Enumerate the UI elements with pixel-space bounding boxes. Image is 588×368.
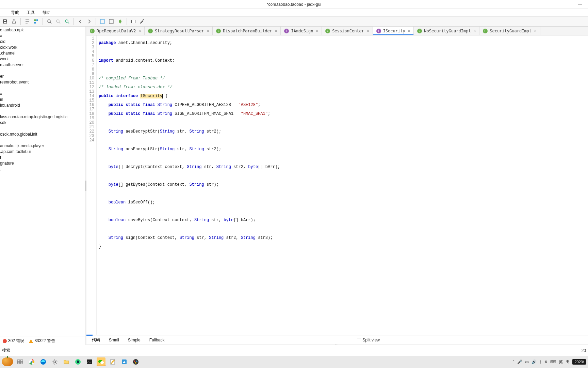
android-studio-icon[interactable] bbox=[74, 357, 82, 366]
tree-item[interactable] bbox=[0, 137, 85, 143]
sync-icon[interactable]: ↯ bbox=[544, 359, 548, 364]
explorer-icon[interactable] bbox=[62, 357, 71, 366]
tree-item[interactable]: reenrobot.event bbox=[0, 79, 85, 85]
tree-item[interactable]: inx.android bbox=[0, 103, 85, 108]
ime-layout[interactable]: 田 bbox=[566, 359, 570, 365]
tree-root[interactable]: o.taobao.apk bbox=[0, 27, 85, 33]
panel-resizer[interactable]: ⋯ bbox=[86, 344, 588, 345]
tab-sessioncenter[interactable]: CSessionCenter✕ bbox=[322, 27, 373, 35]
clock-date[interactable]: 2023/ bbox=[572, 359, 586, 365]
debug-icon[interactable] bbox=[116, 18, 124, 25]
tab-label: RpcRequestDataV2 bbox=[97, 29, 136, 33]
tree-item[interactable]: x bbox=[0, 91, 85, 97]
collapse-icon[interactable] bbox=[23, 18, 31, 25]
mode-simple[interactable]: Simple bbox=[127, 337, 142, 343]
pumpkin-icon[interactable] bbox=[2, 357, 13, 366]
search-forward-icon[interactable] bbox=[63, 18, 71, 25]
tree-item[interactable] bbox=[0, 85, 85, 91]
menu-file[interactable] bbox=[2, 12, 5, 13]
tree-item[interactable]: sdk bbox=[0, 120, 85, 126]
svg-point-13 bbox=[119, 20, 121, 23]
tab-iamdcsign[interactable]: IIAmdcSign✕ bbox=[281, 27, 322, 35]
save-icon[interactable] bbox=[1, 18, 9, 25]
tree-item[interactable]: work bbox=[0, 56, 85, 62]
settings-icon[interactable] bbox=[50, 357, 59, 366]
close-icon[interactable]: ✕ bbox=[207, 29, 209, 33]
tree-item[interactable]: n.auth.server bbox=[0, 62, 85, 68]
mic-icon[interactable]: 🎤 bbox=[517, 359, 522, 364]
tab-securityguardimpl[interactable]: CSecurityGuardImpl✕ bbox=[479, 27, 540, 35]
code-editor[interactable]: 123456789101112131415161718192021222324 … bbox=[86, 35, 588, 335]
tree-item[interactable]: a bbox=[0, 33, 85, 39]
tree-item[interactable]: oid bbox=[0, 39, 85, 45]
tree-item[interactable]: .channel bbox=[0, 50, 85, 56]
app2-icon[interactable] bbox=[131, 357, 140, 366]
menu-tools[interactable]: 工具 bbox=[25, 9, 36, 16]
terminal-icon[interactable] bbox=[85, 357, 94, 366]
code-body[interactable]: package anet.channel.security; import an… bbox=[97, 35, 588, 335]
minimize-button[interactable] bbox=[575, 1, 585, 8]
app-icon[interactable] bbox=[120, 357, 129, 366]
tree-item[interactable]: osdk.mtop.global.init bbox=[0, 132, 85, 137]
tree-item[interactable]: .ap.com.toolkit.ui bbox=[0, 149, 85, 155]
chrome-icon[interactable] bbox=[27, 357, 36, 366]
close-icon[interactable]: ✕ bbox=[139, 29, 141, 33]
cursor-position: 20 bbox=[582, 348, 586, 353]
export-icon[interactable] bbox=[10, 18, 18, 25]
svg-line-10 bbox=[68, 22, 69, 24]
keyboard-icon[interactable]: ⌨ bbox=[550, 359, 556, 364]
split-view-checkbox[interactable]: Split view bbox=[357, 338, 380, 342]
mode-code[interactable]: 代码 bbox=[91, 336, 101, 343]
tree-item[interactable]: gnature bbox=[0, 160, 85, 166]
decompile-icon[interactable] bbox=[99, 18, 106, 25]
deobf-icon[interactable] bbox=[108, 18, 115, 25]
tab-dispatchparambuilder[interactable]: CDispatchParamBuilder✕ bbox=[213, 27, 281, 35]
tree-item[interactable]: anmaku.ijk.media.player bbox=[0, 143, 85, 149]
notepad-icon[interactable] bbox=[108, 357, 117, 366]
wechat-icon[interactable] bbox=[97, 357, 105, 366]
tab-strip: CRpcRequestDataV2✕ CStrategyResultParser… bbox=[86, 27, 588, 35]
battery-icon[interactable]: ▭ bbox=[525, 359, 529, 364]
tab-rpcrequestdatav2[interactable]: CRpcRequestDataV2✕ bbox=[86, 27, 145, 35]
close-icon[interactable]: ✕ bbox=[408, 29, 410, 33]
volume-icon[interactable]: 🔊 bbox=[532, 359, 537, 364]
menu-help[interactable]: 帮助 bbox=[41, 9, 52, 16]
search-icon[interactable] bbox=[46, 18, 53, 25]
tree-item[interactable]: f bbox=[0, 155, 85, 160]
tree-item[interactable]: oidx.work bbox=[0, 45, 85, 50]
ime-lang[interactable]: 英 bbox=[559, 359, 563, 365]
mode-fallback[interactable]: Fallback bbox=[148, 337, 166, 343]
errors-count[interactable]: 302 错误 bbox=[3, 338, 24, 344]
wifi-icon[interactable]: ⧙ bbox=[539, 359, 541, 364]
close-icon[interactable]: ✕ bbox=[474, 29, 476, 33]
tab-label: StrategyResultParser bbox=[155, 29, 204, 33]
close-icon[interactable]: ✕ bbox=[534, 29, 537, 33]
tree-item[interactable] bbox=[0, 68, 85, 74]
nav-back-icon[interactable] bbox=[77, 18, 84, 25]
tree-item[interactable]: er bbox=[0, 74, 85, 79]
task-view-icon[interactable] bbox=[16, 357, 24, 366]
mode-smali[interactable]: Smali bbox=[108, 337, 120, 343]
nav-forward-icon[interactable] bbox=[85, 18, 93, 25]
tab-nosecurityguardimpl[interactable]: CNoSecurityGuardImpl✕ bbox=[414, 27, 479, 35]
tree-item[interactable] bbox=[0, 108, 85, 114]
edge-icon[interactable] bbox=[39, 357, 48, 366]
menu-navigate[interactable]: 导航 bbox=[10, 9, 20, 16]
log-icon[interactable] bbox=[130, 18, 137, 25]
tree-item[interactable]: lass.com.tao.mtop.logistic.getLogistic bbox=[0, 114, 85, 120]
sync-tree-icon[interactable] bbox=[32, 18, 40, 25]
close-icon[interactable]: ✕ bbox=[316, 29, 318, 33]
tray-chevron-icon[interactable]: ˄ bbox=[512, 359, 514, 364]
search-label[interactable]: 搜索 bbox=[2, 348, 10, 353]
warnings-count[interactable]: 33322 警告 bbox=[29, 338, 55, 344]
tab-strategyresultparser[interactable]: CStrategyResultParser✕ bbox=[145, 27, 213, 35]
tab-isecurity[interactable]: IISecurity✕ bbox=[373, 27, 414, 35]
close-icon[interactable]: ✕ bbox=[275, 29, 277, 33]
settings-icon[interactable] bbox=[138, 18, 146, 25]
splitter[interactable] bbox=[85, 27, 86, 345]
tree-item[interactable] bbox=[0, 126, 85, 132]
tree-item[interactable]: in bbox=[0, 97, 85, 103]
tree-item[interactable]: . bbox=[0, 166, 85, 172]
search-back-icon[interactable] bbox=[54, 18, 62, 25]
close-icon[interactable]: ✕ bbox=[367, 29, 369, 33]
